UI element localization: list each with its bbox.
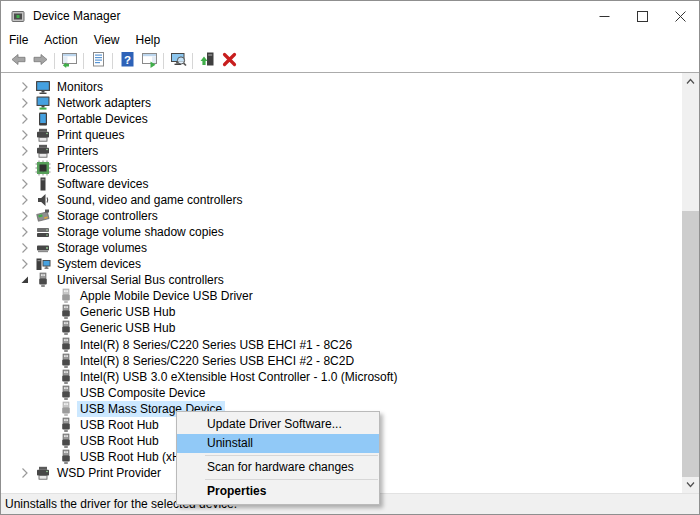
minimize-icon xyxy=(599,11,610,22)
chevron-right-icon[interactable] xyxy=(17,127,33,143)
action-pane-icon xyxy=(141,51,158,71)
tree-item[interactable]: Universal Serial Bus controllers xyxy=(1,272,682,288)
window-title: Device Manager xyxy=(33,9,120,23)
toolbar-separator xyxy=(192,53,193,69)
close-button[interactable] xyxy=(661,1,699,31)
scan-hardware-icon xyxy=(170,51,187,71)
chevron-down-icon xyxy=(686,480,695,489)
usb-icon xyxy=(58,353,74,369)
chevron-right-icon[interactable] xyxy=(17,95,33,111)
tree-item[interactable]: System devices xyxy=(1,256,682,272)
vertical-scrollbar[interactable] xyxy=(682,73,699,493)
close-icon xyxy=(675,11,686,22)
tree-item-label: Portable Devices xyxy=(54,111,151,127)
toolbar: ? xyxy=(1,49,699,72)
processor-icon xyxy=(35,160,51,176)
tree-item[interactable]: Generic USB Hub xyxy=(1,320,682,336)
tree-item[interactable]: Intel(R) USB 3.0 eXtensible Host Control… xyxy=(1,369,682,385)
portable-device-icon xyxy=(35,111,51,127)
tree-item-label: Print queues xyxy=(54,127,127,143)
toolbar-scan-for-hardware-changes-button[interactable] xyxy=(167,50,189,71)
toolbar-properties-list-button[interactable] xyxy=(87,50,109,71)
scroll-up-button[interactable] xyxy=(682,73,699,90)
maximize-button[interactable] xyxy=(623,1,661,31)
tree-item[interactable]: Intel(R) 8 Series/C220 Series USB EHCI #… xyxy=(1,337,682,353)
chevron-right-icon[interactable] xyxy=(17,224,33,240)
tree-item-label: USB Composite Device xyxy=(77,385,208,401)
tree-item-label: Universal Serial Bus controllers xyxy=(54,272,227,288)
storage-shadow-icon xyxy=(35,224,51,240)
menu-item-uninstall[interactable]: Uninstall xyxy=(177,434,379,453)
chevron-right-icon[interactable] xyxy=(17,256,33,272)
console-tree-icon xyxy=(61,51,78,71)
tree-item[interactable]: Portable Devices xyxy=(1,111,682,127)
chevron-right-icon[interactable] xyxy=(17,160,33,176)
toolbar-separator xyxy=(54,53,55,69)
chevron-right-icon[interactable] xyxy=(17,111,33,127)
tree-item-label: Intel(R) 8 Series/C220 Series USB EHCI #… xyxy=(77,337,355,353)
tree-item-label: Monitors xyxy=(54,79,106,95)
menu-file[interactable]: File xyxy=(1,31,36,49)
title-bar: Device Manager xyxy=(1,1,699,31)
tree-item[interactable]: Generic USB Hub xyxy=(1,304,682,320)
device-manager-window: Device Manager FileActionViewHelp ? Moni… xyxy=(0,0,700,515)
menu-item-update-driver-software[interactable]: Update Driver Software... xyxy=(177,415,379,434)
tree-item[interactable]: Print queues xyxy=(1,127,682,143)
context-menu-separator xyxy=(205,455,378,456)
tree-item-label: USB Root Hub xyxy=(77,417,162,433)
scrollbar-thumb[interactable] xyxy=(682,211,699,477)
tree-item-label: USB Root Hub xyxy=(77,433,162,449)
toolbar-help-button[interactable]: ? xyxy=(116,50,138,71)
toolbar-back-button[interactable] xyxy=(7,50,29,71)
help-icon: ? xyxy=(119,51,136,71)
chevron-right-icon[interactable] xyxy=(17,240,33,256)
system-device-icon xyxy=(35,256,51,272)
chevron-right-icon[interactable] xyxy=(17,192,33,208)
usb-icon xyxy=(58,385,74,401)
tree-item-label: Generic USB Hub xyxy=(77,304,178,320)
tree-item[interactable]: Sound, video and game controllers xyxy=(1,192,682,208)
tree-item[interactable]: Monitors xyxy=(1,79,682,95)
tree-item[interactable]: Printers xyxy=(1,143,682,159)
tree-item[interactable]: Intel(R) 8 Series/C220 Series USB EHCI #… xyxy=(1,353,682,369)
tree-item-label: Intel(R) USB 3.0 eXtensible Host Control… xyxy=(77,369,400,385)
usb-icon xyxy=(58,337,74,353)
toolbar-show-action-pane-button[interactable] xyxy=(138,50,160,71)
context-menu: Update Driver Software...UninstallScan f… xyxy=(176,411,380,505)
tree-item[interactable]: USB Composite Device xyxy=(1,385,682,401)
tree-item-label: Storage controllers xyxy=(54,208,161,224)
tree-item-label: Printers xyxy=(54,143,101,159)
toolbar-separator xyxy=(163,53,164,69)
chevron-right-icon[interactable] xyxy=(17,143,33,159)
toolbar-update-driver-software-button[interactable] xyxy=(196,50,218,71)
toolbar-show-console-tree-button[interactable] xyxy=(58,50,80,71)
chevron-up-icon xyxy=(686,77,695,86)
speaker-icon xyxy=(35,192,51,208)
tree-item[interactable]: Processors xyxy=(1,159,682,175)
chevron-right-icon[interactable] xyxy=(17,208,33,224)
toolbar-uninstall-button[interactable] xyxy=(218,50,240,71)
minimize-button[interactable] xyxy=(585,1,623,31)
tree-item[interactable]: Storage controllers xyxy=(1,208,682,224)
tree-item-label: Generic USB Hub xyxy=(77,320,178,336)
menu-help[interactable]: Help xyxy=(128,31,169,49)
menu-view[interactable]: View xyxy=(86,31,128,49)
tree-item[interactable]: Software devices xyxy=(1,176,682,192)
storage-controller-icon xyxy=(35,208,51,224)
uninstall-x-icon xyxy=(221,51,238,71)
chevron-right-icon[interactable] xyxy=(17,176,33,192)
tree-item[interactable]: Apple Mobile Device USB Driver xyxy=(1,288,682,304)
chevron-down-icon[interactable] xyxy=(17,272,33,288)
menu-action[interactable]: Action xyxy=(36,31,85,49)
chevron-right-icon[interactable] xyxy=(17,465,33,481)
scroll-down-button[interactable] xyxy=(682,476,699,493)
chevron-right-icon[interactable] xyxy=(17,79,33,95)
tree-item[interactable]: Storage volume shadow copies xyxy=(1,224,682,240)
tree-item[interactable]: Storage volumes xyxy=(1,240,682,256)
toolbar-forward-button[interactable] xyxy=(29,50,51,71)
menu-item-properties[interactable]: Properties xyxy=(177,482,379,501)
properties-doc-icon xyxy=(90,51,107,71)
tree-item-label: Storage volume shadow copies xyxy=(54,224,227,240)
tree-item[interactable]: Network adapters xyxy=(1,95,682,111)
menu-item-scan-for-hardware-changes[interactable]: Scan for hardware changes xyxy=(177,458,379,477)
